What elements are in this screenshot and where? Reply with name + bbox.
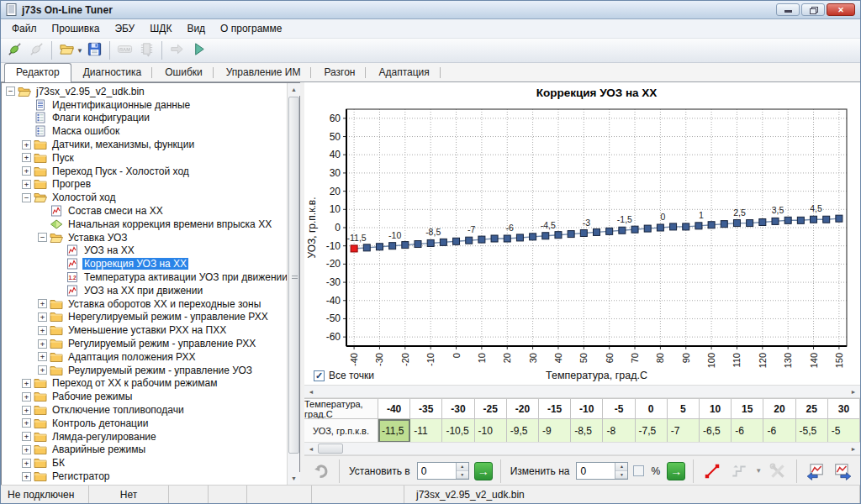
tree-expander-plus[interactable]: +: [22, 140, 31, 150]
tree-expander-plus[interactable]: +: [38, 312, 47, 322]
save-button[interactable]: [84, 40, 105, 60]
tree-expander-minus[interactable]: −: [22, 193, 31, 202]
smooth-button[interactable]: [728, 460, 750, 482]
tree-expander-plus[interactable]: +: [22, 180, 31, 189]
table-temp-cell[interactable]: -30: [442, 399, 474, 419]
data-point[interactable]: [351, 245, 357, 252]
connect-button[interactable]: [4, 40, 25, 60]
data-point[interactable]: [594, 228, 600, 235]
data-point[interactable]: [440, 239, 446, 245]
tools-button[interactable]: [767, 460, 789, 482]
correction-chart[interactable]: -40-30-20-100102030405060708090100110120…: [304, 82, 860, 385]
arrow-right-button[interactable]: [166, 40, 188, 60]
data-point[interactable]: [619, 227, 626, 234]
apply-set-button[interactable]: →: [474, 462, 493, 480]
run-button[interactable]: [188, 40, 209, 60]
table-temp-cell[interactable]: -35: [410, 399, 442, 419]
data-point[interactable]: [733, 220, 740, 227]
tree-item[interactable]: +Лямда-регулирование: [2, 430, 287, 444]
spin-down[interactable]: ▼: [615, 471, 627, 480]
scroll-track[interactable]: [318, 386, 847, 397]
tree-item[interactable]: +Рабочие режимы: [2, 390, 287, 403]
undo-button[interactable]: [309, 460, 331, 482]
tree-vertical-scrollbar[interactable]: ▲ ▼: [287, 83, 299, 485]
tree-item[interactable]: +Отключение топливоподачи: [2, 403, 287, 417]
set-to-input[interactable]: [418, 463, 456, 479]
tree-item[interactable]: +Датчики, механизмы, функции: [2, 138, 287, 151]
data-point[interactable]: [363, 244, 370, 251]
data-point[interactable]: [542, 233, 549, 239]
scroll-right-arrow[interactable]: ►: [847, 446, 860, 452]
data-point[interactable]: [555, 232, 562, 239]
menu-item-4[interactable]: Вид: [179, 20, 213, 37]
table-value-cell[interactable]: -9: [539, 419, 571, 443]
data-point[interactable]: [823, 216, 830, 223]
tree-item[interactable]: +Регулируемый режим - управление РХХ: [2, 337, 287, 350]
tab-2[interactable]: Ошибки: [153, 63, 214, 81]
data-point[interactable]: [491, 235, 498, 242]
tree-item[interactable]: −j73sx_v2.95_v2_udk.bin: [2, 85, 287, 98]
tree-item[interactable]: Начальная коррекция времени впрыска ХХ: [2, 218, 287, 231]
data-point[interactable]: [695, 223, 702, 229]
table-value-cell[interactable]: -8,5: [571, 419, 603, 443]
data-point[interactable]: [376, 244, 383, 250]
tree-expander-plus[interactable]: +: [22, 445, 31, 454]
tree-item[interactable]: +Переход от ХХ к рабочим режимам: [2, 377, 287, 391]
table-value-cell[interactable]: -5: [828, 419, 860, 443]
tree-expander-plus[interactable]: +: [22, 153, 31, 162]
table-temp-cell[interactable]: -20: [507, 399, 539, 419]
tree-item[interactable]: −Холостой ход: [2, 191, 287, 204]
spin-up[interactable]: ▲: [615, 463, 627, 471]
tree-item[interactable]: Идентификационные данные: [2, 98, 287, 112]
scroll-up-arrow[interactable]: ▲: [288, 83, 300, 96]
scroll-left-arrow[interactable]: ◄: [304, 446, 318, 452]
tree-expander-plus[interactable]: +: [22, 418, 31, 428]
menu-item-5[interactable]: О программе: [213, 20, 289, 37]
menu-item-1[interactable]: Прошивка: [45, 20, 108, 37]
table-value-cell[interactable]: -7,5: [636, 419, 668, 443]
data-point[interactable]: [670, 223, 677, 230]
ram-button[interactable]: RAM: [114, 40, 135, 60]
data-point[interactable]: [504, 235, 510, 242]
table-value-cell[interactable]: -8: [603, 419, 635, 443]
data-point[interactable]: [389, 243, 396, 249]
tree-item[interactable]: +Аварийные режимы: [2, 444, 287, 457]
tab-5[interactable]: Адаптация: [367, 63, 441, 81]
table-value-cell[interactable]: -6: [763, 419, 795, 443]
scroll-left-arrow[interactable]: ◄: [304, 389, 318, 395]
tab-3[interactable]: Управление ИМ: [214, 63, 313, 81]
tree-item[interactable]: +Уменьшение уставки РХХ на ПХХ: [2, 323, 287, 337]
data-point[interactable]: [784, 217, 791, 223]
data-point[interactable]: [427, 239, 434, 246]
write-chip-button[interactable]: [136, 40, 157, 60]
data-point[interactable]: [683, 223, 689, 230]
data-point[interactable]: [747, 220, 753, 227]
data-point[interactable]: [606, 228, 613, 234]
tree-expander-plus[interactable]: +: [38, 339, 47, 349]
tree-item[interactable]: Состав смеси на ХХ: [2, 204, 287, 218]
scroll-thumb[interactable]: [318, 444, 343, 454]
menu-item-3[interactable]: ШДК: [142, 20, 179, 37]
data-point[interactable]: [644, 225, 651, 232]
data-point[interactable]: [402, 242, 409, 249]
spin-up[interactable]: ▲: [457, 463, 468, 471]
data-point[interactable]: [516, 234, 523, 241]
table-value-cell[interactable]: -10: [475, 419, 507, 443]
scroll-thumb[interactable]: [288, 97, 299, 454]
scroll-track[interactable]: [318, 443, 847, 454]
tree-expander-minus[interactable]: −: [38, 233, 47, 242]
tree-item[interactable]: +Регистратор: [2, 470, 287, 483]
menu-item-0[interactable]: Файл: [4, 20, 45, 37]
tree-expander-plus[interactable]: +: [22, 166, 31, 176]
data-point[interactable]: [657, 224, 663, 231]
table-temp-cell[interactable]: 30: [828, 399, 860, 419]
export-chart-button[interactable]: [832, 460, 853, 482]
data-point[interactable]: [721, 221, 727, 228]
tree-expander-plus[interactable]: +: [38, 365, 47, 375]
tab-1[interactable]: Диагностика: [71, 63, 154, 81]
tree-item[interactable]: +Прогрев: [2, 178, 287, 192]
table-value-cell[interactable]: -7: [668, 419, 700, 443]
import-chart-button[interactable]: [805, 460, 827, 482]
table-value-cell[interactable]: -10,5: [442, 419, 474, 443]
tree-item[interactable]: +Переход Пуск - Холостой ход: [2, 165, 287, 178]
